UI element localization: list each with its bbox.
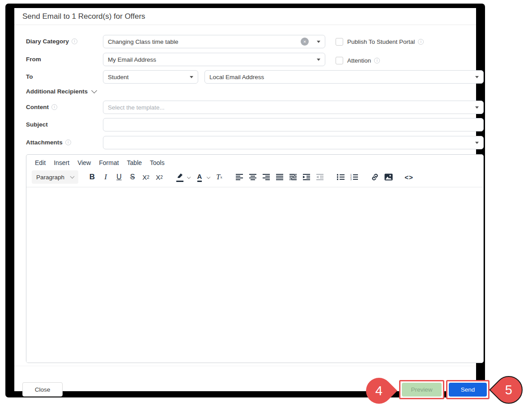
bullet-list-button[interactable] — [334, 171, 348, 183]
outdent-button[interactable] — [314, 171, 327, 183]
align-left-button[interactable] — [233, 171, 247, 183]
info-icon: i — [374, 58, 380, 63]
info-icon: i — [72, 38, 77, 44]
menu-table[interactable]: Table — [123, 157, 146, 168]
publish-to-student-portal-label: Publish To Student Portal — [347, 38, 415, 45]
chevron-down-icon — [70, 174, 75, 179]
bold-button[interactable]: B — [85, 171, 99, 183]
subject-input[interactable] — [103, 118, 484, 131]
caret-down-icon[interactable] — [190, 76, 193, 78]
content-template-placeholder: Select the template... — [108, 104, 472, 111]
editor-toolbar: Paragraph B I U S X2 X2 — [26, 168, 483, 187]
publish-to-student-portal-row: Publish To Student Portal i — [336, 38, 424, 46]
align-right-button[interactable] — [260, 171, 273, 183]
subscript-button[interactable]: X2 — [139, 171, 153, 183]
marker-pen-icon — [176, 172, 183, 182]
from-select[interactable]: My Email Address — [103, 53, 325, 66]
info-icon: i — [51, 104, 57, 110]
to-address-type-value: Local Email Address — [209, 74, 472, 80]
callout-step-5: 5 — [489, 370, 528, 410]
modal-title: Send Email to 1 Record(s) for Offers — [22, 12, 145, 21]
source-code-button[interactable]: <> — [402, 171, 416, 183]
numbered-list-button[interactable]: 123 — [348, 171, 361, 183]
diary-category-select[interactable]: Changing Class time table × — [103, 35, 325, 48]
info-icon: i — [418, 39, 424, 45]
svg-text:3: 3 — [350, 178, 352, 180]
modal-header: Send Email to 1 Record(s) for Offers — [14, 8, 476, 25]
subject-label: Subject — [26, 121, 48, 128]
to-recipient-type-select[interactable]: Student — [103, 70, 198, 84]
underline-button[interactable]: U — [112, 171, 126, 183]
content-template-select[interactable]: Select the template... — [103, 101, 484, 114]
from-label: From — [26, 56, 41, 63]
attention-row: Attention i — [336, 57, 380, 64]
rich-text-editor: Edit Insert View Format Table Tools Para… — [26, 154, 484, 363]
editor-content-area[interactable] — [26, 187, 483, 363]
strikethrough-button[interactable]: S — [126, 171, 139, 183]
superscript-button[interactable]: X2 — [153, 171, 166, 183]
chevron-down-icon[interactable] — [91, 88, 97, 93]
caret-down-icon[interactable] — [475, 106, 479, 109]
send-button[interactable]: Send — [449, 383, 487, 397]
text-color-button[interactable]: A — [193, 171, 206, 183]
indent-button[interactable] — [300, 171, 314, 183]
attachments-select[interactable] — [103, 136, 484, 149]
attention-checkbox[interactable] — [336, 57, 343, 64]
attachments-label: Attachments i — [26, 139, 71, 146]
to-label: To — [26, 73, 33, 80]
link-icon[interactable] — [368, 171, 382, 183]
info-icon: i — [65, 139, 71, 145]
from-value: My Email Address — [108, 56, 313, 63]
image-icon[interactable] — [382, 171, 395, 183]
caret-down-icon[interactable] — [317, 41, 320, 43]
highlight-color-button[interactable] — [173, 171, 187, 183]
align-center-button[interactable] — [247, 171, 260, 183]
caret-down-icon[interactable] — [475, 76, 479, 78]
additional-recipients-toggle[interactable]: Additional Recipients — [26, 88, 96, 95]
menu-view[interactable]: View — [73, 157, 95, 168]
close-button[interactable]: Close — [22, 382, 63, 397]
editor-menubar: Edit Insert View Format Table Tools — [26, 155, 483, 168]
diary-category-value: Changing Class time table — [108, 38, 301, 45]
align-none-button[interactable] — [287, 171, 300, 183]
attention-label: Attention — [347, 57, 371, 64]
italic-button[interactable]: I — [99, 171, 112, 183]
caret-down-icon[interactable] — [475, 142, 479, 144]
text-color-a-icon: A — [197, 173, 202, 182]
clear-icon[interactable]: × — [301, 38, 309, 46]
chevron-down-icon[interactable] — [187, 175, 191, 179]
clear-formatting-button[interactable]: Tx — [213, 171, 226, 183]
diary-category-label: Diary Category i — [26, 38, 77, 45]
paragraph-format-select[interactable]: Paragraph — [32, 170, 78, 184]
send-highlight-box: Send — [446, 380, 489, 399]
content-label: Content i — [26, 104, 57, 110]
to-address-type-select[interactable]: Local Email Address — [204, 70, 484, 84]
chevron-down-icon[interactable] — [207, 175, 210, 179]
footer-divider — [14, 366, 476, 366]
send-email-modal: Send Email to 1 Record(s) for Offers Dia… — [5, 4, 485, 397]
menu-insert[interactable]: Insert — [50, 157, 73, 168]
menu-format[interactable]: Format — [95, 157, 123, 168]
publish-to-student-portal-checkbox[interactable] — [336, 38, 343, 46]
to-recipient-type-value: Student — [108, 74, 186, 80]
screen: Send Email to 1 Record(s) for Offers Dia… — [0, 0, 532, 414]
preview-highlight-box: Preview — [399, 380, 444, 399]
menu-edit[interactable]: Edit — [31, 157, 50, 168]
align-justify-button[interactable] — [273, 171, 287, 183]
preview-button[interactable]: Preview — [402, 383, 442, 397]
menu-tools[interactable]: Tools — [146, 157, 169, 168]
caret-down-icon[interactable] — [317, 59, 320, 61]
